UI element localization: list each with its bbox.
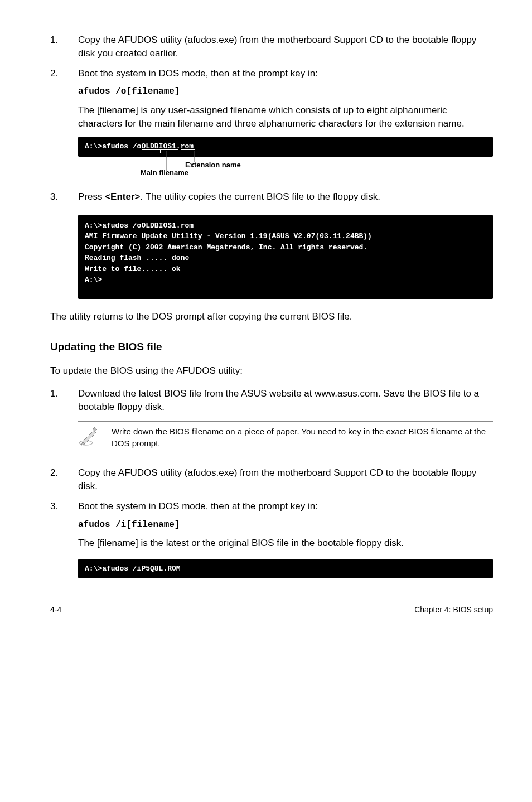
terminal-line: A:\> bbox=[85, 274, 486, 286]
section-intro: To update the BIOS using the AFUDOS util… bbox=[50, 364, 493, 378]
code-command: afudos /o[filename] bbox=[78, 85, 493, 98]
step-text: Copy the AFUDOS utility (afudos.exe) fro… bbox=[78, 33, 493, 60]
step-text: Boot the system in DOS mode, then at the… bbox=[78, 500, 493, 513]
terminal-block-2: A:\>afudos /oOLDBIOS1.rom AMI Firmware U… bbox=[78, 215, 493, 299]
section-heading: Updating the BIOS file bbox=[50, 340, 493, 355]
chapter-label: Chapter 4: BIOS setup bbox=[414, 605, 493, 616]
steps-list-b: 1. Download the latest BIOS file from th… bbox=[50, 387, 493, 414]
terminal-line: Copyright (C) 2002 American Megatrends, … bbox=[85, 242, 486, 253]
step-text: Download the latest BIOS file from the A… bbox=[78, 387, 493, 414]
steps-list-a: 1. Copy the AFUDOS utility (afudos.exe) … bbox=[50, 33, 493, 130]
step-b1: 1. Download the latest BIOS file from th… bbox=[50, 387, 493, 414]
note-box: Write down the BIOS filename on a piece … bbox=[78, 421, 493, 455]
pencil-icon bbox=[78, 426, 112, 450]
step-number: 1. bbox=[50, 387, 78, 414]
terminal-line: AMI Firmware Update Utility - Version 1.… bbox=[85, 231, 486, 242]
code-command: afudos /i[filename] bbox=[78, 519, 493, 531]
terminal-line: Write to file...... ok bbox=[85, 264, 486, 275]
tick-main bbox=[160, 149, 161, 153]
terminal-line: A:\>afudos /oOLDBIOS1.rom bbox=[85, 141, 486, 152]
page-number: 4-4 bbox=[50, 605, 61, 616]
terminal-line: A:\>afudos /oOLDBIOS1.rom bbox=[85, 220, 486, 231]
step-text: Copy the AFUDOS utility (afudos.exe) fro… bbox=[78, 466, 493, 493]
steps-list-a-cont: 3. Press <Enter>. The utility copies the… bbox=[50, 190, 493, 204]
step-desc: The [filename] is the latest or the orig… bbox=[78, 537, 493, 550]
step-content: Boot the system in DOS mode, then at the… bbox=[78, 500, 493, 550]
step-number: 3. bbox=[50, 190, 78, 204]
step-content: Boot the system in DOS mode, then at the… bbox=[78, 67, 493, 131]
annotation-box: Extension name Main filename bbox=[78, 159, 493, 179]
step-desc: The [filename] is any user-assigned file… bbox=[78, 104, 493, 131]
step-a3: 3. Press <Enter>. The utility copies the… bbox=[50, 190, 493, 204]
terminal-line: A:\>afudos /iP5Q8L.ROM bbox=[85, 563, 486, 574]
after-terminal-text: The utility returns to the DOS prompt af… bbox=[50, 310, 493, 323]
page-footer: 4-4 Chapter 4: BIOS setup bbox=[50, 601, 493, 616]
step-a1: 1. Copy the AFUDOS utility (afudos.exe) … bbox=[50, 33, 493, 60]
extension-name-label: Extension name bbox=[185, 160, 241, 170]
terminal-block-3: A:\>afudos /iP5Q8L.ROM bbox=[78, 559, 493, 579]
tick-ext bbox=[188, 149, 188, 153]
step-text: Press <Enter>. The utility copies the cu… bbox=[78, 190, 493, 204]
terminal-block-1: A:\>afudos /oOLDBIOS1.rom bbox=[78, 137, 493, 157]
terminal-line: Reading flash ..... done bbox=[85, 253, 486, 264]
step-b3: 3. Boot the system in DOS mode, then at … bbox=[50, 500, 493, 550]
step-number: 2. bbox=[50, 466, 78, 493]
step-b2: 2. Copy the AFUDOS utility (afudos.exe) … bbox=[50, 466, 493, 493]
main-filename-label: Main filename bbox=[141, 168, 188, 178]
steps-list-b-cont: 2. Copy the AFUDOS utility (afudos.exe) … bbox=[50, 466, 493, 550]
step-a2: 2. Boot the system in DOS mode, then at … bbox=[50, 67, 493, 131]
step-number: 1. bbox=[50, 33, 78, 60]
step-text: Boot the system in DOS mode, then at the… bbox=[78, 67, 493, 80]
note-text: Write down the BIOS filename on a piece … bbox=[112, 426, 493, 449]
step-number: 2. bbox=[50, 67, 78, 131]
step-number: 3. bbox=[50, 500, 78, 550]
